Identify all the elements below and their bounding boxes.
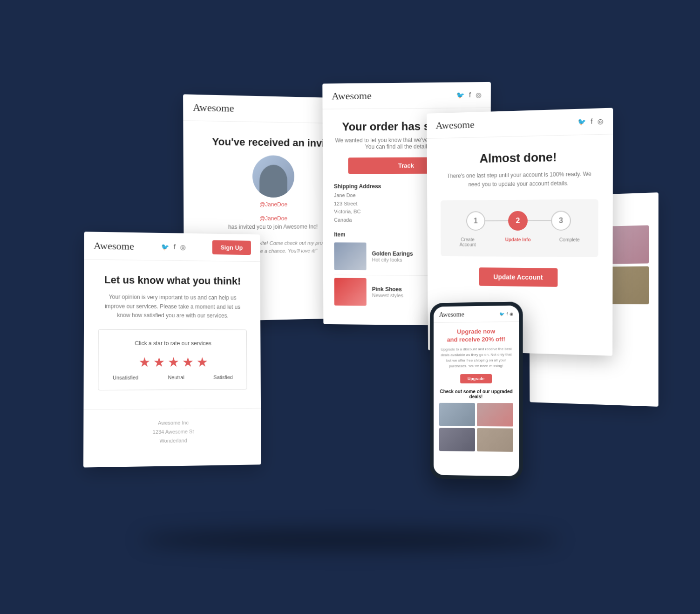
card-survey: Awesome 🐦 f ◎ Sign Up Let us know what y…	[83, 232, 261, 467]
twitter-icon: 🐦	[456, 91, 464, 99]
step-line-2	[527, 220, 550, 221]
step-2-circle: 2	[508, 211, 528, 231]
avatar	[252, 155, 294, 198]
survey-headline: Let us know what you think!	[98, 274, 246, 287]
shadow-blob	[141, 531, 560, 549]
survey-footer: Awesome Inc 1234 Awesome St Wonderland	[83, 408, 261, 456]
phone-body: Upgrade now and receive 20% off! Upgrade…	[433, 322, 519, 457]
step-3-label: Complete	[555, 237, 584, 247]
avatar-figure	[259, 165, 287, 198]
survey-footer-text: Awesome Inc 1234 Awesome St Wonderland	[93, 418, 251, 446]
step-2-label: Update Info	[504, 237, 532, 247]
label-satisfied: Satisfied	[213, 375, 233, 380]
almost-header: Awesome 🐦 f ◎	[427, 108, 613, 138]
rss-icon: ◎	[180, 243, 185, 251]
item-image-shoes	[334, 278, 366, 306]
survey-body: Let us know what you think! Your opinion…	[83, 259, 261, 409]
phone-mockup: Awesome 🐦 f ◉ Upgrade now and receive 20…	[430, 301, 523, 480]
invite-logo: Awesome	[192, 101, 234, 115]
phone-logo: Awesome	[439, 311, 464, 319]
rss-icon: ◎	[597, 117, 603, 125]
photo-4	[476, 428, 513, 452]
item-image-earrings	[334, 243, 366, 271]
twitter-icon: 🐦	[578, 118, 586, 126]
phone-header: Awesome 🐦 f ◉	[433, 306, 519, 323]
twitter-icon: 🐦	[161, 243, 169, 250]
photo-1	[439, 403, 475, 426]
facebook-icon: f	[173, 243, 175, 251]
item-info-1: Golden Earings Hot city looks	[372, 251, 413, 263]
facebook-icon: f	[591, 117, 592, 125]
phone-facebook-icon: f	[506, 312, 508, 316]
star-3[interactable]: ★	[167, 355, 179, 370]
upgrade-button[interactable]: Upgrade	[460, 374, 491, 383]
avatar-name: @JaneDoe	[259, 201, 287, 208]
shipped-header: Awesome 🐦 f ◎	[322, 82, 491, 109]
star-1[interactable]: ★	[138, 355, 150, 370]
almost-headline: Almost done!	[440, 149, 598, 167]
step-3-circle: 3	[551, 211, 571, 231]
phone-section-title: Check out some of our upgraded deals!	[439, 389, 513, 399]
item-desc-2: Newest styles	[372, 293, 403, 298]
item-desc-1: Hot city looks	[372, 257, 413, 263]
rating-labels: Unsatisfied Neutral Satisfied	[108, 375, 237, 381]
photo-3	[439, 428, 475, 451]
steps-container: 1 2 3 Create Account Update Info Complet…	[440, 199, 598, 257]
star-5[interactable]: ★	[196, 355, 208, 370]
photo-grid	[439, 403, 513, 452]
update-account-button[interactable]: Update Account	[479, 268, 558, 287]
almost-body: Almost done! There's one last step until…	[427, 134, 613, 302]
phone-instagram-icon: ◉	[510, 312, 513, 316]
step-line-1	[485, 220, 508, 221]
photo-2	[476, 403, 513, 427]
signup-button[interactable]: Sign Up	[212, 240, 251, 255]
label-unsatisfied: Unsatisfied	[112, 375, 138, 380]
shipped-logo: Awesome	[332, 90, 372, 102]
rating-box: Click a star to rate our services ★ ★ ★ …	[98, 329, 247, 391]
steps-labels: Create Account Update Info Complete	[449, 237, 588, 248]
shipped-header-icons: 🐦 f ◎	[456, 91, 481, 99]
email-showcase-scene: Awesome You've received an invite @JaneD…	[71, 74, 630, 540]
survey-header: Awesome 🐦 f ◎ Sign Up	[84, 232, 260, 262]
phone-icons: 🐦 f ◉	[499, 312, 513, 316]
item-name-2: Pink Shoes	[372, 286, 403, 293]
phone-body-text: Upgrade to a discount and receive the be…	[439, 346, 513, 369]
survey-body-text: Your opinion is very important to us and…	[98, 293, 246, 320]
rating-label: Click a star to rate our services	[108, 339, 237, 348]
item-name-1: Golden Earings	[372, 251, 413, 257]
rss-icon: ◎	[476, 91, 481, 98]
star-2[interactable]: ★	[153, 355, 164, 370]
star-4[interactable]: ★	[182, 355, 193, 370]
item-info-2: Pink Shoes Newest styles	[372, 286, 403, 298]
phone-headline: Upgrade now and receive 20% off!	[439, 327, 513, 344]
step-1-circle: 1	[466, 211, 485, 231]
facebook-icon: f	[469, 91, 471, 99]
label-neutral: Neutral	[168, 375, 184, 380]
almost-subtext: There's one last step until your account…	[440, 170, 598, 190]
survey-logo: Awesome	[93, 239, 134, 252]
survey-header-icons: 🐦 f ◎	[161, 243, 185, 251]
almost-logo: Awesome	[435, 119, 474, 132]
steps-row: 1 2 3	[449, 211, 589, 231]
stars-container[interactable]: ★ ★ ★ ★ ★	[108, 355, 237, 370]
phone-screen: Awesome 🐦 f ◉ Upgrade now and receive 20…	[433, 306, 519, 477]
phone-twitter-icon: 🐦	[499, 312, 504, 316]
step-1-label: Create Account	[454, 237, 481, 247]
almost-header-icons: 🐦 f ◎	[578, 117, 603, 126]
